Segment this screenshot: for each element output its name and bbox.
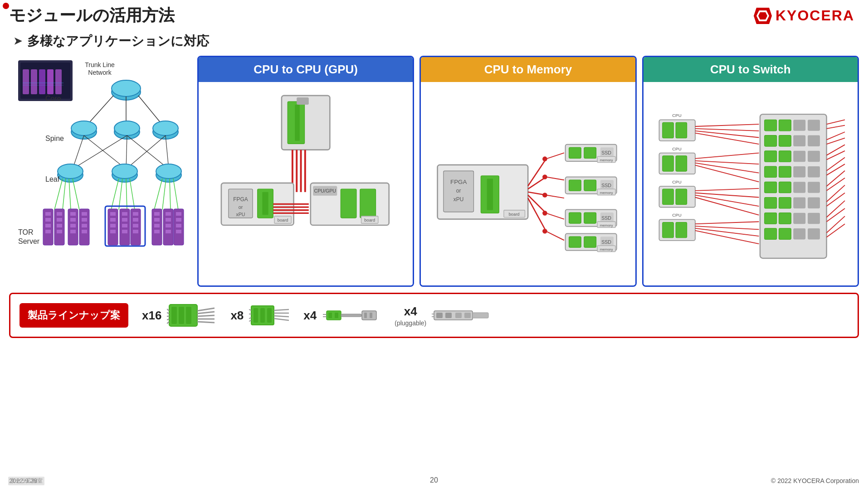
svg-rect-234 <box>764 182 776 193</box>
svg-line-150 <box>546 213 564 219</box>
svg-point-20 <box>71 121 97 135</box>
svg-rect-243 <box>779 213 791 224</box>
svg-point-14 <box>112 80 141 97</box>
kyocera-watermark: 京セラ広報室 <box>8 477 44 485</box>
svg-rect-84 <box>122 230 127 233</box>
svg-text:SSD: SSD <box>602 150 612 155</box>
svg-rect-226 <box>764 151 776 162</box>
svg-rect-104 <box>176 230 181 233</box>
svg-rect-186 <box>662 122 673 138</box>
svg-rect-229 <box>808 151 820 162</box>
svg-line-206 <box>695 161 759 164</box>
cpu-to-switch-diagram: CPU CPU CPU CPU <box>648 87 853 286</box>
product-item-x8: x8 <box>230 302 290 329</box>
svg-rect-96 <box>166 212 171 216</box>
svg-rect-246 <box>764 228 776 239</box>
svg-rect-55 <box>45 212 51 216</box>
svg-point-182 <box>542 193 547 198</box>
svg-text:FPGA: FPGA <box>233 196 248 203</box>
svg-text:Leaf: Leaf <box>45 175 60 183</box>
card-cpu-to-cpu: CPU to CPU (GPU) <box>197 56 414 287</box>
svg-rect-68 <box>70 230 76 233</box>
svg-line-50 <box>170 179 171 210</box>
svg-rect-195 <box>662 222 673 238</box>
card-cpu-to-switch: CPU to Switch <box>642 56 859 287</box>
svg-rect-153 <box>569 147 581 158</box>
cpu-to-cpu-diagram: FPGA or xPU board <box>203 87 408 287</box>
network-panel: Trunk Line Network Core Spine <box>9 56 190 287</box>
svg-text:Spine: Spine <box>45 135 64 142</box>
svg-rect-4 <box>23 69 29 94</box>
kyocera-logo-icon <box>754 8 772 24</box>
svg-text:SSD: SSD <box>602 239 612 245</box>
product-item-x16: x16 <box>142 300 217 331</box>
svg-rect-244 <box>793 213 805 224</box>
svg-line-48 <box>154 179 162 210</box>
svg-point-180 <box>542 156 547 161</box>
svg-text:Network: Network <box>88 69 112 76</box>
svg-text:xPU: xPU <box>454 196 464 203</box>
svg-text:memory: memory <box>600 158 613 162</box>
svg-text:SSD: SSD <box>602 183 612 188</box>
svg-rect-66 <box>70 218 76 222</box>
svg-text:xPU: xPU <box>236 212 245 217</box>
svg-rect-58 <box>45 230 51 233</box>
svg-line-28 <box>73 135 127 169</box>
svg-rect-130 <box>360 189 376 218</box>
svg-rect-93 <box>154 224 160 227</box>
svg-rect-235 <box>779 182 791 193</box>
svg-rect-237 <box>808 182 820 193</box>
page-title: モジュールの活用方法 <box>9 5 175 27</box>
svg-rect-81 <box>122 212 127 216</box>
svg-text:CPU: CPU <box>672 213 682 217</box>
svg-rect-193 <box>676 189 687 204</box>
svg-rect-175 <box>584 237 596 247</box>
card-cpu-to-memory-header: CPU to Memory <box>421 57 635 82</box>
svg-rect-298 <box>370 313 372 318</box>
svg-rect-221 <box>808 120 820 130</box>
svg-rect-239 <box>779 197 791 208</box>
svg-rect-247 <box>779 228 791 239</box>
svg-rect-227 <box>779 151 791 162</box>
svg-rect-236 <box>793 182 805 193</box>
svg-point-38 <box>156 164 181 179</box>
svg-rect-241 <box>808 197 820 208</box>
svg-rect-67 <box>70 224 76 227</box>
svg-line-274 <box>197 322 215 323</box>
svg-text:memory: memory <box>600 223 613 227</box>
svg-line-151 <box>546 231 564 240</box>
svg-rect-220 <box>793 120 805 130</box>
svg-text:Trunk Line: Trunk Line <box>85 61 115 68</box>
svg-line-148 <box>546 177 564 180</box>
svg-line-30 <box>127 135 169 169</box>
card-cpu-to-cpu-body: FPGA or xPU board <box>199 82 413 287</box>
svg-line-46 <box>126 179 127 210</box>
svg-line-209 <box>695 188 759 191</box>
kyocera-logo: KYOCERA <box>754 7 854 24</box>
svg-rect-167 <box>569 213 581 223</box>
svg-rect-99 <box>166 230 171 233</box>
footer-copyright: © 2022 KYOCERA Corporation <box>771 477 859 484</box>
svg-rect-79 <box>110 230 116 233</box>
svg-rect-63 <box>57 230 62 233</box>
svg-line-203 <box>695 131 759 138</box>
svg-rect-108 <box>297 97 309 105</box>
svg-line-44 <box>111 179 119 210</box>
svg-point-34 <box>58 164 83 179</box>
product-lineup-bar: 製品ラインナップ案 x16 x8 <box>9 293 859 338</box>
svg-rect-282 <box>260 308 265 323</box>
svg-line-272 <box>197 315 215 316</box>
svg-line-205 <box>695 153 759 159</box>
svg-text:CPU/GPU: CPU/GPU <box>314 188 336 193</box>
svg-rect-223 <box>779 135 791 146</box>
svg-line-41 <box>63 179 66 210</box>
svg-rect-73 <box>82 230 87 233</box>
svg-rect-86 <box>133 212 138 216</box>
svg-line-16 <box>86 96 113 126</box>
card-cpu-to-memory-body: FPGA or xPU board <box>421 82 635 287</box>
cpu-to-memory-diagram: FPGA or xPU board <box>425 87 630 287</box>
svg-rect-303 <box>445 313 452 318</box>
svg-line-286 <box>274 316 289 317</box>
svg-line-47 <box>130 179 135 210</box>
svg-rect-187 <box>676 122 687 138</box>
